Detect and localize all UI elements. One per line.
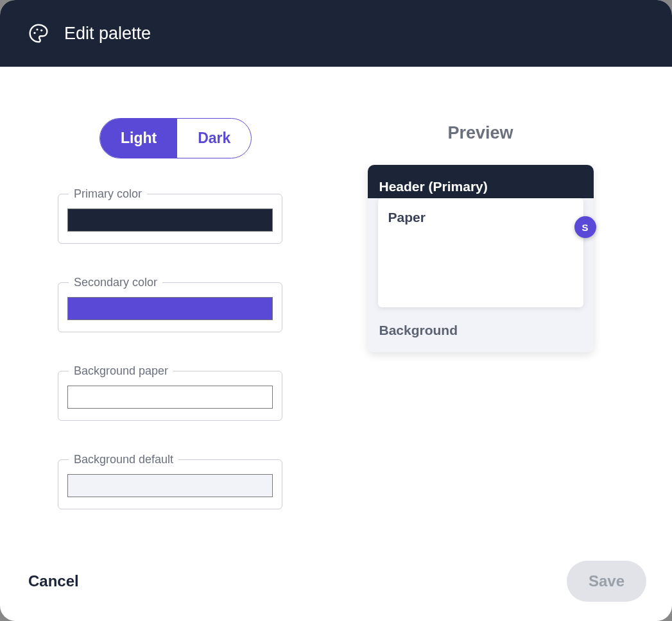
mode-toggle-group: Light Dark — [99, 118, 252, 158]
background-default-label: Background default — [69, 453, 178, 466]
background-paper-label: Background paper — [69, 364, 173, 378]
svg-point-1 — [36, 28, 38, 30]
palette-icon — [28, 23, 49, 44]
svg-point-2 — [40, 30, 42, 31]
edit-palette-dialog: Edit palette Light Dark Primary color Se… — [0, 0, 672, 621]
save-button[interactable]: Save — [567, 561, 646, 602]
secondary-color-swatch[interactable] — [67, 297, 273, 320]
background-paper-swatch[interactable] — [67, 386, 273, 409]
primary-color-label: Primary color — [69, 187, 147, 201]
dialog-footer: Cancel Save — [0, 561, 672, 621]
dialog-content: Light Dark Primary color Secondary color… — [0, 67, 672, 561]
mode-dark-button[interactable]: Dark — [177, 119, 251, 158]
preview-background-label: Background — [368, 307, 594, 338]
cancel-button[interactable]: Cancel — [26, 565, 82, 598]
svg-point-0 — [33, 32, 35, 34]
preview-column: Preview Header (Primary) Paper S Backgro… — [327, 118, 633, 561]
preview-title: Preview — [447, 123, 513, 143]
preview-card: Header (Primary) Paper S Background — [368, 165, 594, 352]
preview-background: Paper S Background — [368, 198, 594, 352]
primary-color-swatch[interactable] — [67, 208, 273, 232]
preview-paper: Paper — [378, 198, 583, 307]
dialog-header: Edit palette — [0, 0, 672, 67]
secondary-color-label: Secondary color — [69, 276, 162, 289]
secondary-color-field: Secondary color — [58, 282, 282, 332]
primary-color-field: Primary color — [58, 194, 282, 244]
background-default-field: Background default — [58, 459, 282, 509]
background-paper-field: Background paper — [58, 371, 282, 421]
background-default-swatch[interactable] — [67, 474, 273, 497]
dialog-title: Edit palette — [64, 24, 151, 44]
mode-light-button[interactable]: Light — [100, 119, 177, 158]
controls-column: Light Dark Primary color Secondary color… — [58, 118, 302, 561]
preview-fab-secondary: S — [574, 216, 596, 238]
